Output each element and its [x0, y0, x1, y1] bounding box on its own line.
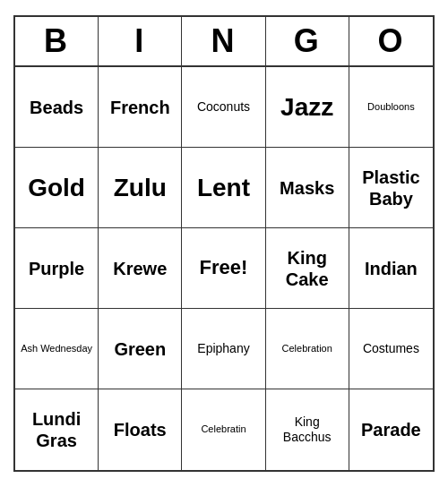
header-i: I	[99, 17, 182, 65]
cell-16: Green	[99, 309, 182, 389]
cell-5: Gold	[15, 148, 99, 228]
cell-12-free: Free!	[182, 228, 265, 309]
header-n: N	[182, 17, 265, 65]
header-b: B	[15, 17, 99, 65]
cell-10: Purple	[15, 228, 99, 309]
cell-17: Epiphany	[182, 309, 265, 389]
cell-9: Plastic Baby	[349, 148, 433, 228]
cell-21: Floats	[99, 389, 182, 470]
cell-14: Indian	[349, 228, 433, 309]
header-o: O	[349, 17, 433, 65]
cell-20: Lundi Gras	[15, 389, 99, 470]
cell-0: Beads	[15, 67, 99, 148]
cell-4: Doubloons	[349, 67, 433, 148]
cell-22: Celebratin	[182, 389, 265, 470]
cell-15: Ash Wednesday	[15, 309, 99, 389]
header-g: G	[266, 17, 349, 65]
bingo-card: B I N G O Beads French Coconuts Jazz Dou…	[13, 15, 435, 472]
cell-6: Zulu	[99, 148, 182, 228]
bingo-grid: Beads French Coconuts Jazz Doubloons Gol…	[15, 67, 433, 470]
cell-1: French	[99, 67, 182, 148]
cell-3: Jazz	[266, 67, 349, 148]
cell-2: Coconuts	[182, 67, 265, 148]
bingo-header: B I N G O	[15, 17, 433, 67]
cell-13: King Cake	[266, 228, 349, 309]
cell-11: Krewe	[99, 228, 182, 309]
cell-23: King Bacchus	[266, 389, 349, 470]
cell-24: Parade	[349, 389, 433, 470]
cell-8: Masks	[266, 148, 349, 228]
cell-19: Costumes	[349, 309, 433, 389]
cell-18: Celebration	[266, 309, 349, 389]
cell-7: Lent	[182, 148, 265, 228]
